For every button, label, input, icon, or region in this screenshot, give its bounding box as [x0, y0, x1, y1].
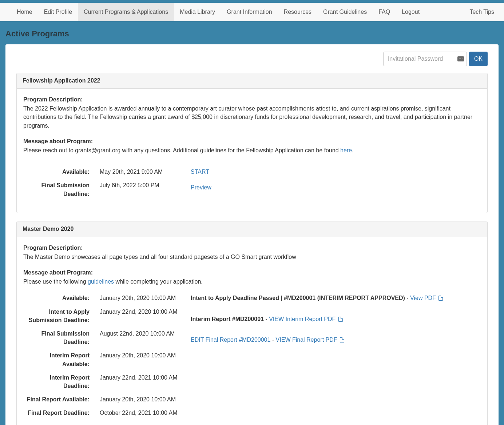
date-label: Interim Report Deadline:	[23, 373, 100, 390]
nav-home[interactable]: Home	[11, 3, 38, 21]
date-value: January 22nd, 2020 10:00 AM	[100, 308, 178, 324]
date-label: Available:	[23, 294, 100, 302]
dates-column: Available:January 20th, 2020 10:00 AM In…	[23, 294, 180, 422]
program-title: Master Demo 2020	[17, 221, 487, 237]
msg-suffix: .	[352, 147, 353, 153]
date-value: October 22nd, 2021 10:00 AM	[100, 409, 177, 417]
edit-final-report-link[interactable]: EDIT Final Report #MD200001	[191, 337, 270, 343]
msg-suffix: while completing your application.	[114, 278, 203, 285]
date-value: January 20th, 2020 10:00 AM	[100, 395, 176, 404]
invitational-row: OK	[16, 52, 488, 66]
desc-label: Program Description:	[23, 95, 481, 104]
page-title: Active Programs	[0, 21, 504, 41]
invitational-input-wrap	[383, 52, 467, 66]
top-nav: Home Edit Profile Current Programs & App…	[0, 0, 504, 21]
date-label: Available:	[23, 168, 100, 176]
date-value: August 22nd, 2020 10:00 AM	[100, 329, 175, 346]
actions-column: START Preview	[191, 168, 481, 203]
start-link[interactable]: START	[191, 169, 209, 175]
ok-button[interactable]: OK	[469, 52, 488, 66]
nav-logout[interactable]: Logout	[396, 3, 425, 21]
date-value: July 6th, 2022 5:00 PM	[100, 181, 159, 198]
desc-label: Program Description:	[23, 244, 481, 252]
date-label: Interim Report Available:	[23, 351, 100, 368]
invitational-password-input[interactable]	[383, 52, 467, 66]
date-value: January 22nd, 2021 10:00 AM	[100, 373, 178, 390]
nav-grant-guidelines[interactable]: Grant Guidelines	[317, 3, 373, 21]
date-label: Final Submission Deadline:	[23, 329, 100, 346]
date-value: January 20th, 2020 10:00 AM	[100, 351, 176, 368]
nav-faq[interactable]: FAQ	[373, 3, 396, 21]
nav-grant-information[interactable]: Grant Information	[221, 3, 278, 21]
view-pdf-link[interactable]: View PDF	[410, 295, 436, 301]
desc-text: The 2022 Fellowship Application is award…	[23, 104, 481, 130]
pdf-icon	[338, 317, 343, 322]
date-value: January 20th, 2020 10:00 AM	[100, 294, 176, 302]
date-label: Intent to Apply Submission Deadline:	[23, 308, 100, 324]
nav-tech-tips[interactable]: Tech Tips	[465, 3, 499, 21]
dates-column: Available: May 20th, 2021 9:00 AM Final …	[23, 168, 180, 203]
date-label: Final Report Available:	[23, 395, 100, 404]
interim-report-id: Interim Report #MD200001	[191, 316, 264, 322]
nav-current-programs[interactable]: Current Programs & Applications	[78, 3, 174, 21]
nav-left: Home Edit Profile Current Programs & App…	[11, 3, 425, 21]
date-value: May 20th, 2021 9:00 AM	[100, 168, 163, 176]
pdf-icon	[438, 296, 443, 301]
actions-column: Intent to Apply Deadline Passed | #MD200…	[191, 294, 481, 422]
pdf-icon	[340, 337, 344, 342]
msg-link-guidelines[interactable]: guidelines	[88, 278, 114, 285]
intent-deadline-passed: Intent to Apply Deadline Passed	[191, 295, 279, 301]
msg-prefix: Please use the following	[23, 278, 88, 285]
msg-link-here[interactable]: here	[340, 147, 352, 153]
date-label: Final Report Deadline:	[23, 409, 100, 417]
status-line-1: Intent to Apply Deadline Passed | #MD200…	[191, 294, 481, 302]
program-title: Fellowship Application 2022	[17, 73, 487, 89]
nav-resources[interactable]: Resources	[278, 3, 317, 21]
msg-text: Please reach out to grants@grant.org wit…	[23, 146, 481, 155]
status-line-2: Interim Report #MD200001 - VIEW Interim …	[191, 315, 481, 323]
preview-link[interactable]: Preview	[191, 184, 211, 191]
view-final-report-link[interactable]: VIEW Final Report PDF	[276, 337, 337, 343]
date-label: Final Submission Deadline:	[23, 181, 100, 198]
application-id-status: #MD200001 (INTERIM REPORT APPROVED)	[284, 295, 405, 301]
view-interim-report-link[interactable]: VIEW Interim Report PDF	[269, 316, 336, 322]
desc-text: The Master Demo showcases all page types…	[23, 253, 481, 261]
program-panel: Master Demo 2020 Program Description: Th…	[16, 221, 488, 425]
msg-label: Message about Program:	[23, 137, 481, 145]
msg-label: Message about Program:	[23, 268, 481, 277]
program-panel: Fellowship Application 2022 Program Desc…	[16, 73, 488, 213]
msg-prefix: Please reach out to grants@grant.org wit…	[23, 147, 340, 153]
status-line-3: EDIT Final Report #MD200001 - VIEW Final…	[191, 336, 481, 344]
nav-edit-profile[interactable]: Edit Profile	[38, 3, 78, 21]
msg-text: Please use the following guidelines whil…	[23, 277, 481, 286]
password-autofill-icon[interactable]	[457, 56, 464, 61]
main-card: OK Fellowship Application 2022 Program D…	[5, 44, 499, 425]
nav-media-library[interactable]: Media Library	[174, 3, 221, 21]
